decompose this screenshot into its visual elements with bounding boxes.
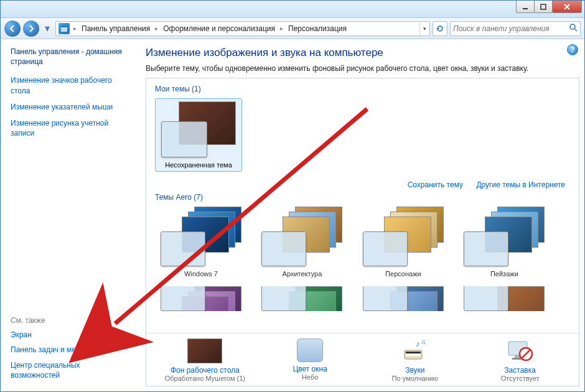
sidebar-link-account-picture[interactable]: Изменение рисунка учетной записи (11, 118, 126, 138)
sidebar-link-taskbar[interactable]: Панель задач и меню ''Пуск'' (11, 345, 126, 355)
themes-scroll-area[interactable]: Мои темы (1) Несохраненная тема Сохранит… (146, 78, 579, 333)
tile-sublabel: Отсутствует (501, 375, 540, 382)
sidebar-link-screen[interactable]: Экран (11, 330, 126, 340)
close-button[interactable] (552, 1, 582, 13)
forward-button[interactable] (23, 21, 39, 37)
tile-label: Цвет окна (292, 365, 327, 373)
title-bar (1, 1, 584, 18)
breadcrumb[interactable]: ▸ Панель управления ▸ Оформление и персо… (55, 21, 430, 36)
tile-window-color[interactable]: Цвет окна Небо (263, 338, 357, 382)
theme-thumbnail (161, 286, 241, 311)
theme-thumbnail (363, 286, 444, 311)
save-theme-link[interactable]: Сохранить тему (408, 180, 463, 189)
page-title: Изменение изображения и звука на компьют… (146, 47, 579, 59)
svg-rect-5 (61, 26, 67, 27)
breadcrumb-dropdown-icon[interactable]: ▾ (419, 22, 429, 35)
page-subtitle: Выберите тему, чтобы одновременно измени… (146, 64, 579, 73)
svg-rect-10 (406, 354, 421, 356)
aero-themes-group-label: Темы Aero (7) (155, 193, 574, 202)
sidebar-link-pointers[interactable]: Изменение указателей мыши (11, 102, 126, 112)
theme-item-landscapes[interactable]: Пейзажи (458, 207, 550, 278)
tile-sublabel: Обработано Мушегом (1) (165, 375, 245, 382)
bottom-tiles: Фон рабочего стола Обработано Мушегом (1… (146, 333, 579, 386)
window-color-icon (297, 338, 323, 362)
theme-thumbnail (464, 207, 545, 266)
tile-sublabel: Небо (302, 373, 318, 381)
screensaver-icon (505, 338, 535, 363)
theme-item-partial[interactable] (357, 286, 449, 311)
sidebar-link-icons[interactable]: Изменение значков рабочего стола (11, 75, 126, 95)
search-input[interactable] (453, 24, 569, 33)
svg-text:♫: ♫ (421, 339, 426, 345)
sidebar-home-link[interactable]: Панель управления - домашняя страница (11, 47, 126, 67)
window-frame: ▾ ▸ Панель управления ▸ Оформление и пер… (0, 0, 585, 392)
theme-item-characters[interactable]: Персонажи (357, 207, 449, 278)
help-icon[interactable]: ? (567, 44, 578, 55)
tile-label: Звуки (405, 366, 424, 375)
theme-label: Несохраненная тема (158, 161, 239, 169)
refresh-button[interactable] (433, 21, 447, 36)
svg-point-6 (570, 24, 575, 29)
breadcrumb-seg-1[interactable]: Панель управления (78, 22, 154, 35)
tile-label: Заставка (504, 366, 536, 375)
theme-thumbnail (161, 207, 241, 266)
wallpaper-icon (187, 338, 222, 363)
breadcrumb-seg-3[interactable]: Персонализация (284, 22, 350, 35)
theme-thumbnail (363, 207, 444, 266)
theme-thumbnail (464, 286, 545, 311)
svg-rect-1 (541, 4, 546, 9)
control-panel-icon (58, 23, 70, 34)
chevron-right-icon: ▸ (154, 25, 159, 32)
theme-label: Windows 7 (184, 270, 218, 278)
chevron-right-icon: ▸ (279, 25, 284, 32)
theme-item-partial[interactable] (155, 286, 247, 311)
chevron-right-icon: ▸ (72, 25, 78, 32)
theme-item-architecture[interactable]: Архитектура (256, 207, 348, 278)
theme-item-unsaved[interactable]: Несохраненная тема (155, 98, 242, 172)
tile-desktop-background[interactable]: Фон рабочего стола Обработано Мушегом (1… (158, 338, 251, 382)
see-also-label: См. также (11, 316, 126, 325)
svg-line-7 (574, 29, 577, 31)
theme-thumbnail (261, 207, 342, 266)
theme-thumbnail (161, 101, 236, 157)
svg-text:♪: ♪ (416, 339, 420, 348)
theme-item-windows7[interactable]: Windows 7 (155, 207, 247, 278)
search-box[interactable] (450, 21, 581, 36)
more-themes-online-link[interactable]: Другие темы в Интернете (476, 180, 565, 189)
themes-panel: Мои темы (1) Несохраненная тема Сохранит… (146, 78, 579, 386)
tile-sounds[interactable]: ♪ ♫ Звуки По умолчанию (368, 338, 462, 382)
back-button[interactable] (4, 21, 21, 37)
sounds-icon: ♪ ♫ (400, 338, 430, 363)
theme-label: Архитектура (283, 270, 322, 278)
theme-item-partial[interactable] (256, 286, 348, 311)
svg-rect-9 (406, 352, 421, 353)
history-dropdown-icon[interactable]: ▾ (42, 21, 53, 36)
theme-thumbnail (261, 286, 342, 311)
tile-screensaver[interactable]: Заставка Отсутствует (474, 338, 567, 382)
search-icon[interactable] (569, 23, 578, 34)
theme-item-partial[interactable] (458, 286, 550, 311)
tile-label: Фон рабочего стола (171, 366, 240, 375)
tile-sublabel: По умолчанию (392, 375, 438, 382)
minimize-button[interactable] (516, 1, 535, 13)
main-content: ? Изменение изображения и звука на компь… (134, 39, 584, 391)
theme-label: Пейзажи (490, 270, 518, 278)
breadcrumb-seg-2[interactable]: Оформление и персонализация (159, 22, 279, 35)
sidebar-link-accessibility[interactable]: Центр специальных возможностей (11, 360, 126, 380)
theme-label: Персонажи (385, 270, 421, 278)
my-themes-group-label: Мои темы (1) (155, 85, 574, 93)
sidebar: Панель управления - домашняя страница Из… (1, 39, 134, 391)
maximize-button[interactable] (534, 1, 553, 13)
nav-bar: ▾ ▸ Панель управления ▸ Оформление и пер… (1, 18, 584, 39)
